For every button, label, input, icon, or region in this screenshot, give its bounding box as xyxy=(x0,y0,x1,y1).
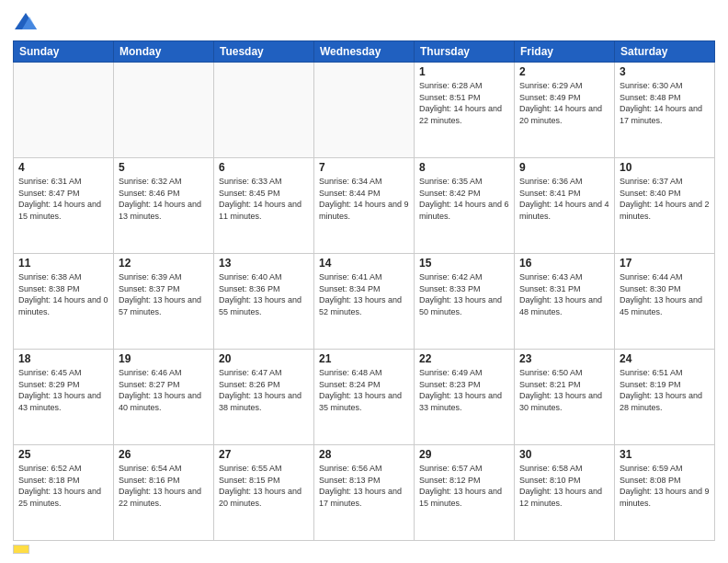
day-number: 29 xyxy=(419,448,509,461)
header-friday: Friday xyxy=(515,41,615,63)
day-cell: 11Sunrise: 6:38 AM Sunset: 8:38 PM Dayli… xyxy=(14,254,114,350)
day-cell: 4Sunrise: 6:31 AM Sunset: 8:47 PM Daylig… xyxy=(14,158,114,254)
day-cell: 28Sunrise: 6:56 AM Sunset: 8:13 PM Dayli… xyxy=(314,445,415,541)
day-info: Sunrise: 6:34 AM Sunset: 8:44 PM Dayligh… xyxy=(319,176,409,222)
day-cell: 15Sunrise: 6:42 AM Sunset: 8:33 PM Dayli… xyxy=(415,254,515,350)
day-number: 17 xyxy=(620,257,710,270)
day-info: Sunrise: 6:37 AM Sunset: 8:40 PM Dayligh… xyxy=(620,176,710,222)
day-number: 7 xyxy=(319,161,409,174)
day-cell: 20Sunrise: 6:47 AM Sunset: 8:26 PM Dayli… xyxy=(214,350,314,445)
day-info: Sunrise: 6:54 AM Sunset: 8:16 PM Dayligh… xyxy=(119,463,209,509)
day-number: 5 xyxy=(119,161,209,174)
header-sunday: Sunday xyxy=(14,41,114,63)
day-cell: 5Sunrise: 6:32 AM Sunset: 8:46 PM Daylig… xyxy=(114,158,214,254)
day-cell: 6Sunrise: 6:33 AM Sunset: 8:45 PM Daylig… xyxy=(214,158,314,254)
day-cell xyxy=(114,63,214,158)
header xyxy=(13,9,715,35)
day-info: Sunrise: 6:30 AM Sunset: 8:48 PM Dayligh… xyxy=(620,80,710,126)
day-info: Sunrise: 6:33 AM Sunset: 8:45 PM Dayligh… xyxy=(219,176,309,222)
day-info: Sunrise: 6:29 AM Sunset: 8:49 PM Dayligh… xyxy=(519,80,609,126)
day-number: 21 xyxy=(319,352,409,365)
day-number: 18 xyxy=(18,352,108,365)
day-cell: 31Sunrise: 6:59 AM Sunset: 8:08 PM Dayli… xyxy=(615,445,715,541)
day-number: 3 xyxy=(620,65,710,78)
day-cell: 17Sunrise: 6:44 AM Sunset: 8:30 PM Dayli… xyxy=(615,254,715,350)
day-info: Sunrise: 6:57 AM Sunset: 8:12 PM Dayligh… xyxy=(419,463,509,509)
day-info: Sunrise: 6:40 AM Sunset: 8:36 PM Dayligh… xyxy=(219,271,309,317)
day-info: Sunrise: 6:44 AM Sunset: 8:30 PM Dayligh… xyxy=(620,271,710,317)
day-cell: 7Sunrise: 6:34 AM Sunset: 8:44 PM Daylig… xyxy=(314,158,415,254)
logo xyxy=(13,9,42,35)
day-info: Sunrise: 6:41 AM Sunset: 8:34 PM Dayligh… xyxy=(319,271,409,317)
day-cell xyxy=(314,63,415,158)
calendar-table: Sunday Monday Tuesday Wednesday Thursday… xyxy=(13,40,715,541)
day-number: 25 xyxy=(18,448,108,461)
day-info: Sunrise: 6:56 AM Sunset: 8:13 PM Dayligh… xyxy=(319,463,409,509)
day-number: 15 xyxy=(419,257,509,270)
logo-icon xyxy=(13,9,39,35)
day-info: Sunrise: 6:46 AM Sunset: 8:27 PM Dayligh… xyxy=(119,367,209,413)
day-cell: 26Sunrise: 6:54 AM Sunset: 8:16 PM Dayli… xyxy=(114,445,214,541)
day-cell xyxy=(214,63,314,158)
day-number: 19 xyxy=(119,352,209,365)
day-info: Sunrise: 6:43 AM Sunset: 8:31 PM Dayligh… xyxy=(519,271,609,317)
day-info: Sunrise: 6:52 AM Sunset: 8:18 PM Dayligh… xyxy=(18,463,108,509)
day-info: Sunrise: 6:59 AM Sunset: 8:08 PM Dayligh… xyxy=(620,463,710,509)
day-info: Sunrise: 6:38 AM Sunset: 8:38 PM Dayligh… xyxy=(18,271,108,317)
week-row-5: 25Sunrise: 6:52 AM Sunset: 8:18 PM Dayli… xyxy=(14,445,715,541)
day-cell: 25Sunrise: 6:52 AM Sunset: 8:18 PM Dayli… xyxy=(14,445,114,541)
day-cell: 9Sunrise: 6:36 AM Sunset: 8:41 PM Daylig… xyxy=(515,158,615,254)
day-info: Sunrise: 6:35 AM Sunset: 8:42 PM Dayligh… xyxy=(419,176,509,222)
day-number: 16 xyxy=(519,257,609,270)
day-number: 4 xyxy=(18,161,108,174)
day-info: Sunrise: 6:50 AM Sunset: 8:21 PM Dayligh… xyxy=(519,367,609,413)
day-info: Sunrise: 6:58 AM Sunset: 8:10 PM Dayligh… xyxy=(519,463,609,509)
day-cell: 22Sunrise: 6:49 AM Sunset: 8:23 PM Dayli… xyxy=(415,350,515,445)
day-cell: 2Sunrise: 6:29 AM Sunset: 8:49 PM Daylig… xyxy=(515,63,615,158)
day-cell: 19Sunrise: 6:46 AM Sunset: 8:27 PM Dayli… xyxy=(114,350,214,445)
day-cell: 21Sunrise: 6:48 AM Sunset: 8:24 PM Dayli… xyxy=(314,350,415,445)
day-info: Sunrise: 6:31 AM Sunset: 8:47 PM Dayligh… xyxy=(18,176,108,222)
day-info: Sunrise: 6:55 AM Sunset: 8:15 PM Dayligh… xyxy=(219,463,309,509)
day-info: Sunrise: 6:48 AM Sunset: 8:24 PM Dayligh… xyxy=(319,367,409,413)
week-row-3: 11Sunrise: 6:38 AM Sunset: 8:38 PM Dayli… xyxy=(14,254,715,350)
daylight-bar-icon xyxy=(13,545,29,554)
header-thursday: Thursday xyxy=(415,41,515,63)
page: Sunday Monday Tuesday Wednesday Thursday… xyxy=(0,0,728,563)
day-cell: 18Sunrise: 6:45 AM Sunset: 8:29 PM Dayli… xyxy=(14,350,114,445)
day-number: 28 xyxy=(319,448,409,461)
header-wednesday: Wednesday xyxy=(314,41,415,63)
day-cell: 24Sunrise: 6:51 AM Sunset: 8:19 PM Dayli… xyxy=(615,350,715,445)
week-row-2: 4Sunrise: 6:31 AM Sunset: 8:47 PM Daylig… xyxy=(14,158,715,254)
day-number: 14 xyxy=(319,257,409,270)
day-cell: 3Sunrise: 6:30 AM Sunset: 8:48 PM Daylig… xyxy=(615,63,715,158)
day-cell: 10Sunrise: 6:37 AM Sunset: 8:40 PM Dayli… xyxy=(615,158,715,254)
day-cell: 14Sunrise: 6:41 AM Sunset: 8:34 PM Dayli… xyxy=(314,254,415,350)
day-cell: 1Sunrise: 6:28 AM Sunset: 8:51 PM Daylig… xyxy=(415,63,515,158)
day-cell xyxy=(14,63,114,158)
day-number: 8 xyxy=(419,161,509,174)
day-number: 13 xyxy=(219,257,309,270)
day-info: Sunrise: 6:51 AM Sunset: 8:19 PM Dayligh… xyxy=(620,367,710,413)
day-number: 24 xyxy=(620,352,710,365)
day-info: Sunrise: 6:28 AM Sunset: 8:51 PM Dayligh… xyxy=(419,80,509,126)
day-cell: 13Sunrise: 6:40 AM Sunset: 8:36 PM Dayli… xyxy=(214,254,314,350)
header-tuesday: Tuesday xyxy=(214,41,314,63)
day-cell: 8Sunrise: 6:35 AM Sunset: 8:42 PM Daylig… xyxy=(415,158,515,254)
day-cell: 12Sunrise: 6:39 AM Sunset: 8:37 PM Dayli… xyxy=(114,254,214,350)
footer xyxy=(13,545,715,554)
day-cell: 29Sunrise: 6:57 AM Sunset: 8:12 PM Dayli… xyxy=(415,445,515,541)
day-info: Sunrise: 6:42 AM Sunset: 8:33 PM Dayligh… xyxy=(419,271,509,317)
day-info: Sunrise: 6:39 AM Sunset: 8:37 PM Dayligh… xyxy=(119,271,209,317)
day-number: 6 xyxy=(219,161,309,174)
day-number: 1 xyxy=(419,65,509,78)
day-info: Sunrise: 6:47 AM Sunset: 8:26 PM Dayligh… xyxy=(219,367,309,413)
day-number: 12 xyxy=(119,257,209,270)
day-info: Sunrise: 6:36 AM Sunset: 8:41 PM Dayligh… xyxy=(519,176,609,222)
day-number: 31 xyxy=(620,448,710,461)
day-cell: 16Sunrise: 6:43 AM Sunset: 8:31 PM Dayli… xyxy=(515,254,615,350)
day-number: 20 xyxy=(219,352,309,365)
day-info: Sunrise: 6:32 AM Sunset: 8:46 PM Dayligh… xyxy=(119,176,209,222)
day-number: 11 xyxy=(18,257,108,270)
day-number: 23 xyxy=(519,352,609,365)
